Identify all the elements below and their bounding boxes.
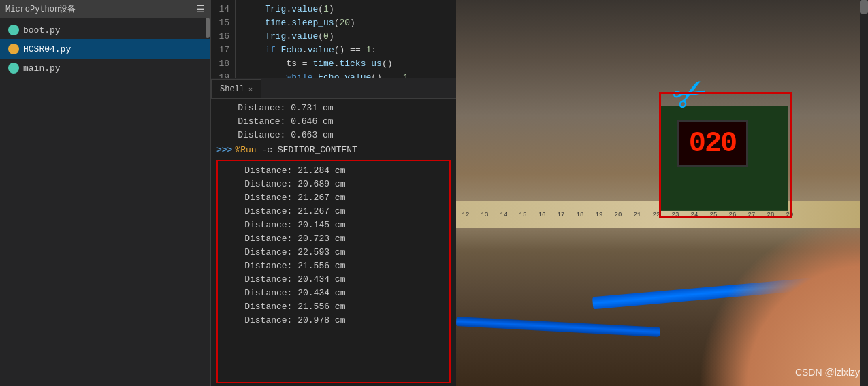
sidebar-header: MicroPython设备 ☰ xyxy=(0,0,210,18)
ruler-mark: 12 xyxy=(456,211,475,219)
output-line: Distance: 20.723 cm xyxy=(223,232,444,246)
shell-run-keyword: %Run xyxy=(235,145,256,155)
image-highlight-box xyxy=(659,92,792,218)
sidebar-title: MicroPython设备 xyxy=(5,3,76,15)
shell-pre-output: Distance: 0.731 cm Distance: 0.646 cm Di… xyxy=(216,101,451,142)
line-number: 17 xyxy=(214,44,229,57)
ruler-mark: 14 xyxy=(494,211,513,219)
output-line: Distance: 22.593 cm xyxy=(223,246,444,259)
shell-prompt: >>> xyxy=(216,144,232,157)
shell-tab-label: Shell xyxy=(220,84,244,94)
output-line: Distance: 21.284 cm xyxy=(223,164,444,178)
output-line: Distance: 21.267 cm xyxy=(223,191,444,205)
code-line: ts = time.ticks_us() xyxy=(244,57,456,71)
line-number: 16 xyxy=(214,30,229,44)
file-icon xyxy=(8,63,19,74)
ruler-mark: 20 xyxy=(609,211,628,219)
image-panel: 121314151617181920212223242526272829 020… xyxy=(456,0,868,386)
output-line: Distance: 20.434 cm xyxy=(223,287,444,300)
file-name-label: boot.py xyxy=(23,25,61,35)
shell-tab-close-icon[interactable]: ✕ xyxy=(248,85,253,93)
shell-tab[interactable]: Shell ✕ xyxy=(211,79,261,98)
code-line: time.sleep_us(20) xyxy=(244,16,456,30)
sidebar-scrollbar-thumb[interactable] xyxy=(206,18,210,38)
code-line: Trig.value(0) xyxy=(244,30,456,44)
sidebar-file-item[interactable]: boot.py xyxy=(0,20,210,39)
file-icon xyxy=(8,25,19,35)
file-sidebar: MicroPython设备 ☰ boot.pyHCSR04.pymain.py xyxy=(0,0,211,386)
sidebar-file-item[interactable]: main.py xyxy=(0,59,210,78)
code-line: if Echo.value() == 1: xyxy=(244,44,456,57)
output-line: Distance: 20.145 cm xyxy=(223,219,444,232)
output-line: Distance: 20.434 cm xyxy=(223,273,444,287)
output-line: Distance: 21.556 cm xyxy=(223,300,444,314)
shell-command-text: %Run -c $EDITOR_CONTENT xyxy=(235,144,357,157)
watermark: CSDN @lzlxlzy xyxy=(795,367,860,378)
file-list: boot.pyHCSR04.pymain.py xyxy=(0,18,210,386)
sidebar-scrollbar[interactable] xyxy=(205,18,210,386)
ruler-mark: 17 xyxy=(551,211,570,219)
line-number: 19 xyxy=(214,71,229,78)
shell-pre-output-line: Distance: 0.646 cm xyxy=(216,115,451,129)
ruler-mark: 13 xyxy=(475,211,494,219)
image-scrollbar-thumb[interactable] xyxy=(860,0,868,14)
code-content[interactable]: Trig.value(1) time.sleep_us(20) Trig.val… xyxy=(236,0,456,78)
ruler-mark: 21 xyxy=(628,211,647,219)
line-number: 14 xyxy=(214,3,229,16)
image-background: 121314151617181920212223242526272829 020… xyxy=(456,0,868,386)
code-line: while Echo.value() == 1 xyxy=(244,71,456,78)
main-content: 141516171819 Trig.value(1) time.sleep_us… xyxy=(211,0,456,386)
hand-decoration xyxy=(698,216,868,386)
line-numbers: 141516171819 xyxy=(211,0,236,78)
shell-tab-bar: Shell ✕ xyxy=(211,78,456,99)
image-scrollbar[interactable] xyxy=(860,0,868,386)
shell-command-line: >>> %Run -c $EDITOR_CONTENT xyxy=(216,144,451,157)
shell-area: Shell ✕ Distance: 0.731 cm Distance: 0.6… xyxy=(211,78,456,386)
shell-pre-output-line: Distance: 0.663 cm xyxy=(216,129,451,142)
code-editor: 141516171819 Trig.value(1) time.sleep_us… xyxy=(211,0,456,78)
sidebar-menu-icon[interactable]: ☰ xyxy=(196,3,205,15)
code-lines: 141516171819 Trig.value(1) time.sleep_us… xyxy=(211,0,456,78)
ruler-mark: 15 xyxy=(513,211,532,219)
output-line: Distance: 20.978 cm xyxy=(223,314,444,327)
line-number: 18 xyxy=(214,57,229,71)
ruler-mark: 16 xyxy=(532,211,551,219)
shell-content[interactable]: Distance: 0.731 cm Distance: 0.646 cm Di… xyxy=(211,99,456,386)
shell-command-args: -c $EDITOR_CONTENT xyxy=(257,145,357,155)
output-box: Distance: 21.284 cm Distance: 20.689 cm … xyxy=(216,160,451,383)
line-number: 15 xyxy=(214,16,229,30)
shell-pre-output-line: Distance: 0.731 cm xyxy=(216,101,451,115)
code-line: Trig.value(1) xyxy=(244,3,456,16)
file-name-label: HCSR04.py xyxy=(23,44,71,54)
ruler-mark: 19 xyxy=(590,211,609,219)
file-name-label: main.py xyxy=(23,63,61,74)
output-line: Distance: 20.689 cm xyxy=(223,178,444,191)
ruler-mark: 18 xyxy=(570,211,590,219)
file-icon xyxy=(8,44,19,54)
sidebar-file-item[interactable]: HCSR04.py xyxy=(0,39,210,59)
output-line: Distance: 21.267 cm xyxy=(223,205,444,219)
output-line: Distance: 21.556 cm xyxy=(223,259,444,273)
